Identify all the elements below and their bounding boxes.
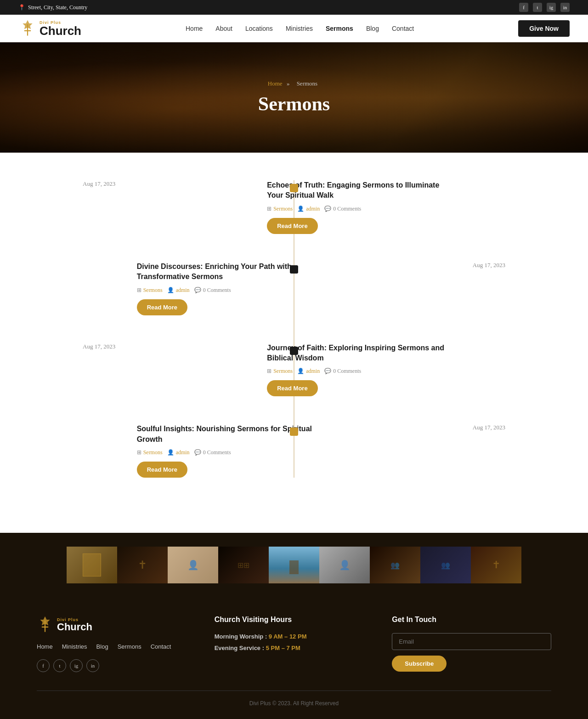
nav-home[interactable]: Home	[186, 25, 203, 32]
give-now-button[interactable]: Give Now	[518, 20, 570, 37]
author-icon-4: 👤	[167, 449, 174, 456]
address-text: Street, City, State, Country	[28, 4, 87, 11]
author-link-3[interactable]: admin	[306, 368, 320, 375]
timeline-dot-1	[290, 184, 298, 192]
linkedin-icon-top[interactable]: in	[560, 3, 570, 12]
morning-time: 9 AM – 12 PM	[269, 633, 307, 640]
footer-copyright: Divi Plus © 2023. All Right Reserved	[37, 690, 551, 707]
footer-logo[interactable]: Divi Plus Church	[37, 616, 196, 634]
gallery-image-7[interactable]: 👥	[370, 547, 420, 583]
address-bar: 📍 Street, City, State, Country	[18, 4, 87, 11]
footer-nav-sermons[interactable]: Sermons	[118, 643, 141, 650]
footer-linkedin-icon[interactable]: in	[86, 659, 99, 672]
facebook-icon-top[interactable]: f	[519, 3, 528, 12]
timeline-item-2: Aug 17, 2023 Divine Discourses: Enrichin…	[69, 262, 519, 315]
morning-worship-row: Morning Worship : 9 AM – 12 PM	[215, 633, 374, 640]
read-more-button-1[interactable]: Read More	[267, 218, 317, 234]
comments-text-3: 0 Comments	[333, 368, 361, 375]
post-category-4: ⊞ Sermons	[137, 449, 163, 456]
footer-twitter-icon[interactable]: t	[53, 659, 66, 672]
nav-blog[interactable]: Blog	[366, 25, 379, 32]
nav-ministries[interactable]: Ministries	[286, 25, 313, 32]
category-icon-1: ⊞	[267, 205, 271, 212]
author-link-4[interactable]: admin	[176, 449, 190, 456]
author-icon-1: 👤	[297, 205, 304, 212]
footer-nav-contact[interactable]: Contact	[151, 643, 171, 650]
post-author-4: 👤 admin	[167, 449, 190, 456]
breadcrumb: Home » Sermons	[268, 80, 320, 87]
get-in-touch-title: Get In Touch	[392, 616, 551, 624]
timeline-dot-2	[290, 265, 298, 274]
read-more-button-3[interactable]: Read More	[267, 380, 317, 396]
timeline-wrapper: Aug 17, 2023 Echoes of Truth: Engaging S…	[69, 180, 519, 478]
footer-instagram-icon[interactable]: ig	[70, 659, 83, 672]
category-link-1[interactable]: Sermons	[273, 205, 293, 212]
category-icon-4: ⊞	[137, 449, 141, 456]
category-link-3[interactable]: Sermons	[273, 368, 293, 375]
main-nav: Home About Locations Ministries Sermons …	[186, 25, 414, 32]
date-side-1: Aug 17, 2023	[69, 180, 267, 188]
nav-locations[interactable]: Locations	[245, 25, 273, 32]
post-comments-3: 💬 0 Comments	[324, 368, 361, 375]
footer-grid: Divi Plus Church Home Ministries Blog Se…	[37, 616, 551, 672]
gallery-image-1[interactable]	[67, 547, 117, 583]
footer-col-brand: Divi Plus Church Home Ministries Blog Se…	[37, 616, 196, 672]
timeline-item-4: Aug 17, 2023 Soulful Insights: Nourishin…	[69, 424, 519, 478]
logo[interactable]: Divi Plus Church	[18, 19, 81, 38]
sermons-timeline-section: Aug 17, 2023 Echoes of Truth: Engaging S…	[0, 153, 588, 533]
comments-icon-4: 💬	[194, 449, 201, 456]
post-comments-2: 💬 0 Comments	[194, 287, 231, 294]
gallery-image-8[interactable]: 👥	[420, 547, 471, 583]
category-link-2[interactable]: Sermons	[143, 287, 163, 294]
read-more-button-4[interactable]: Read More	[137, 462, 187, 478]
subscribe-button[interactable]: Subscribe	[392, 656, 447, 672]
gallery-image-9[interactable]: ✝	[471, 547, 521, 583]
nav-about[interactable]: About	[215, 25, 232, 32]
date-side-4: Aug 17, 2023	[321, 424, 519, 431]
author-link-1[interactable]: admin	[306, 205, 320, 212]
date-text-4: Aug 17, 2023	[473, 424, 505, 431]
post-category-2: ⊞ Sermons	[137, 287, 163, 294]
evening-time: 5 PM – 7 PM	[266, 645, 300, 651]
author-link-2[interactable]: admin	[176, 287, 190, 294]
post-category-1: ⊞ Sermons	[267, 205, 293, 212]
read-more-button-2[interactable]: Read More	[137, 299, 187, 315]
gallery-image-3[interactable]: 👤	[168, 547, 218, 583]
post-meta-4: ⊞ Sermons 👤 admin 💬 0 Comments	[137, 449, 321, 456]
gallery-row: ✝ 👤 ⊞⊞ 👤 👥 👥 ✝	[0, 547, 588, 583]
footer-col-hours: Church Visiting Hours Morning Worship : …	[215, 616, 374, 672]
timeline-dot-4	[290, 428, 298, 436]
evening-label: Evening Service :	[215, 645, 264, 651]
top-bar: 📍 Street, City, State, Country f t ig in	[0, 0, 588, 15]
post-comments-1: 💬 0 Comments	[324, 205, 361, 212]
category-icon-3: ⊞	[267, 368, 271, 375]
date-text-1: Aug 17, 2023	[83, 180, 115, 188]
category-link-4[interactable]: Sermons	[143, 449, 163, 456]
nav-contact[interactable]: Contact	[392, 25, 414, 32]
footer-social-icons: f t ig in	[37, 659, 196, 672]
date-side-2: Aug 17, 2023	[321, 262, 519, 269]
gallery-image-6[interactable]: 👤	[319, 547, 370, 583]
timeline-item-1: Aug 17, 2023 Echoes of Truth: Engaging S…	[69, 180, 519, 234]
footer-nav-blog[interactable]: Blog	[96, 643, 108, 650]
instagram-icon-top[interactable]: ig	[547, 3, 556, 12]
gallery-image-5[interactable]	[269, 547, 319, 583]
timeline-item-3: Aug 17, 2023 Journey of Faith: Exploring…	[69, 343, 519, 397]
twitter-icon-top[interactable]: t	[533, 3, 542, 12]
post-author-1: 👤 admin	[297, 205, 320, 212]
page-title: Sermons	[258, 93, 330, 115]
post-author-3: 👤 admin	[297, 368, 320, 375]
gallery-image-4[interactable]: ⊞⊞	[218, 547, 269, 583]
breadcrumb-current: Sermons	[297, 80, 318, 87]
breadcrumb-home[interactable]: Home	[268, 80, 283, 87]
post-meta-2: ⊞ Sermons 👤 admin 💬 0 Comments	[137, 287, 321, 294]
gallery-image-2[interactable]: ✝	[117, 547, 168, 583]
nav-sermons[interactable]: Sermons	[326, 25, 353, 32]
comments-text-1: 0 Comments	[333, 205, 361, 212]
copyright-text: Divi Plus © 2023. All Right Reserved	[249, 700, 339, 707]
footer-nav-home[interactable]: Home	[37, 643, 53, 650]
footer-nav-ministries[interactable]: Ministries	[62, 643, 87, 650]
footer-facebook-icon[interactable]: f	[37, 659, 50, 672]
post-comments-4: 💬 0 Comments	[194, 449, 231, 456]
email-input[interactable]	[392, 633, 551, 650]
